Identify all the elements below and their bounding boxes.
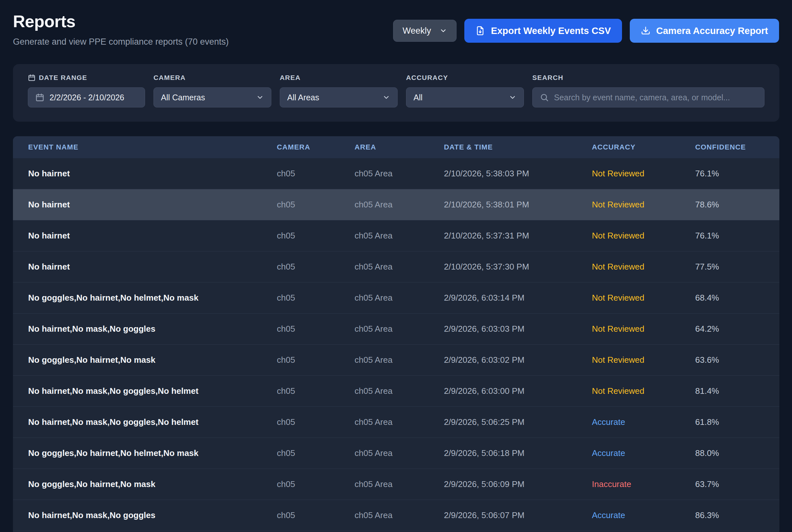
table-row[interactable]: No hairnet ch05 ch05 Area 2/10/2026, 5:3… bbox=[13, 221, 779, 251]
cell-datetime: 2/9/2026, 5:06:07 PM bbox=[444, 510, 592, 520]
cell-confidence: 68.4% bbox=[695, 293, 779, 303]
cell-event-name: No hairnet,No mask,No goggles,No helmet bbox=[28, 417, 277, 427]
accuracy-report-button-label: Camera Accuracy Report bbox=[656, 25, 768, 36]
cell-accuracy: Accurate bbox=[592, 417, 695, 427]
table-row[interactable]: No hairnet,No mask,No goggles ch05 ch05 … bbox=[13, 314, 779, 345]
cell-area: ch05 Area bbox=[354, 293, 444, 303]
search-label: SEARCH bbox=[532, 74, 765, 81]
cell-area: ch05 Area bbox=[354, 169, 444, 178]
export-button-label: Export Weekly Events CSV bbox=[491, 25, 611, 36]
reports-page: Reports Generate and view PPE compliance… bbox=[0, 0, 792, 532]
cell-confidence: 77.5% bbox=[695, 262, 779, 272]
date-range-value: 2/2/2026 - 2/10/2026 bbox=[50, 93, 124, 102]
cell-area: ch05 Area bbox=[354, 262, 444, 272]
cell-camera: ch05 bbox=[277, 510, 354, 520]
chevron-down-icon bbox=[256, 94, 264, 101]
camera-select[interactable]: All Cameras bbox=[153, 88, 271, 108]
cell-accuracy: Not Reviewed bbox=[592, 262, 695, 272]
table-row[interactable]: No hairnet,No mask,No goggles,No helmet … bbox=[13, 376, 779, 407]
cell-area: ch05 Area bbox=[354, 417, 444, 427]
cell-datetime: 2/10/2026, 5:37:31 PM bbox=[444, 231, 592, 241]
cell-event-name: No hairnet bbox=[28, 262, 277, 272]
export-weekly-events-csv-button[interactable]: Export Weekly Events CSV bbox=[464, 19, 622, 43]
cell-accuracy: Not Reviewed bbox=[592, 169, 695, 178]
period-select[interactable]: Weekly bbox=[393, 20, 457, 42]
column-header-area: AREA bbox=[354, 143, 444, 151]
area-label: AREA bbox=[280, 74, 398, 81]
cell-event-name: No goggles,No hairnet,No helmet,No mask bbox=[28, 448, 277, 458]
table-row[interactable]: No hairnet ch05 ch05 Area 2/10/2026, 5:3… bbox=[13, 158, 779, 189]
cell-camera: ch05 bbox=[277, 417, 354, 427]
cell-area: ch05 Area bbox=[354, 479, 444, 489]
cell-datetime: 2/9/2026, 6:03:00 PM bbox=[444, 386, 592, 396]
column-header-event-name: EVENT NAME bbox=[28, 143, 277, 151]
file-export-icon bbox=[475, 26, 485, 36]
cell-event-name: No goggles,No hairnet,No mask bbox=[28, 355, 277, 365]
filter-area: AREA All Areas bbox=[280, 74, 398, 122]
cell-datetime: 2/9/2026, 5:06:25 PM bbox=[444, 417, 592, 427]
cell-camera: ch05 bbox=[277, 355, 354, 365]
cell-accuracy: Not Reviewed bbox=[592, 386, 695, 396]
filter-search: SEARCH bbox=[532, 74, 765, 122]
cell-accuracy: Not Reviewed bbox=[592, 200, 695, 210]
cell-confidence: 76.1% bbox=[695, 231, 779, 241]
events-table: EVENT NAME CAMERA AREA DATE & TIME ACCUR… bbox=[13, 136, 779, 532]
search-icon bbox=[540, 93, 549, 102]
date-range-input[interactable]: 2/2/2026 - 2/10/2026 bbox=[28, 88, 145, 108]
search-input[interactable] bbox=[554, 93, 757, 102]
cell-camera: ch05 bbox=[277, 479, 354, 489]
cell-accuracy: Not Reviewed bbox=[592, 293, 695, 303]
cell-event-name: No hairnet bbox=[28, 200, 277, 210]
chevron-down-icon bbox=[509, 94, 516, 101]
cell-accuracy: Not Reviewed bbox=[592, 231, 695, 241]
cell-confidence: 86.3% bbox=[695, 510, 779, 520]
filter-date-range: DATE RANGE 2/2/2026 - 2/10/2026 bbox=[28, 74, 145, 122]
cell-datetime: 2/9/2026, 6:03:14 PM bbox=[444, 293, 592, 303]
column-header-datetime: DATE & TIME bbox=[444, 143, 592, 151]
camera-select-value: All Cameras bbox=[161, 93, 205, 102]
table-row[interactable]: No goggles,No hairnet,No mask ch05 ch05 … bbox=[13, 469, 779, 500]
area-select-value: All Areas bbox=[287, 93, 319, 102]
date-range-label: DATE RANGE bbox=[39, 74, 87, 81]
area-select[interactable]: All Areas bbox=[280, 88, 398, 108]
table-row[interactable]: No goggles,No hairnet,No helmet,No mask … bbox=[13, 283, 779, 314]
accuracy-select[interactable]: All bbox=[406, 88, 524, 108]
table-row[interactable]: No hairnet ch05 ch05 Area 2/10/2026, 5:3… bbox=[13, 189, 779, 221]
cell-event-name: No hairnet bbox=[28, 231, 277, 241]
cell-area: ch05 Area bbox=[354, 324, 444, 334]
cell-area: ch05 Area bbox=[354, 200, 444, 210]
table-row[interactable]: No hairnet,No mask,No goggles ch05 ch05 … bbox=[13, 500, 779, 531]
cell-confidence: 76.1% bbox=[695, 169, 779, 178]
camera-accuracy-report-button[interactable]: Camera Accuracy Report bbox=[630, 19, 779, 43]
cell-accuracy: Accurate bbox=[592, 510, 695, 520]
cell-area: ch05 Area bbox=[354, 510, 444, 520]
calendar-icon bbox=[28, 74, 36, 81]
filter-camera: CAMERA All Cameras bbox=[153, 74, 271, 122]
cell-datetime: 2/9/2026, 6:03:03 PM bbox=[444, 324, 592, 334]
chevron-down-icon bbox=[382, 94, 390, 101]
cell-camera: ch05 bbox=[277, 293, 354, 303]
table-header-row: EVENT NAME CAMERA AREA DATE & TIME ACCUR… bbox=[13, 136, 779, 158]
header-actions: Weekly Export Weekly Events CSV Camera A… bbox=[393, 19, 779, 43]
column-header-confidence: CONFIDENCE bbox=[695, 143, 779, 151]
cell-area: ch05 Area bbox=[354, 231, 444, 241]
cell-accuracy: Accurate bbox=[592, 448, 695, 458]
calendar-icon bbox=[35, 93, 44, 102]
table-row[interactable]: No hairnet ch05 ch05 Area 2/10/2026, 5:3… bbox=[13, 251, 779, 283]
cell-area: ch05 Area bbox=[354, 448, 444, 458]
table-row[interactable]: No goggles,No hairnet,No helmet,No mask … bbox=[13, 438, 779, 469]
cell-datetime: 2/9/2026, 5:06:09 PM bbox=[444, 479, 592, 489]
table-row[interactable]: No goggles,No hairnet,No mask ch05 ch05 … bbox=[13, 345, 779, 376]
cell-accuracy: Not Reviewed bbox=[592, 355, 695, 365]
cell-confidence: 88.0% bbox=[695, 448, 779, 458]
table-body: No hairnet ch05 ch05 Area 2/10/2026, 5:3… bbox=[13, 158, 779, 531]
cell-camera: ch05 bbox=[277, 386, 354, 396]
cell-confidence: 63.7% bbox=[695, 479, 779, 489]
cell-datetime: 2/9/2026, 6:03:02 PM bbox=[444, 355, 592, 365]
filter-panel: DATE RANGE 2/2/2026 - 2/10/2026 CAMERA A… bbox=[13, 64, 779, 122]
cell-confidence: 81.4% bbox=[695, 386, 779, 396]
cell-area: ch05 Area bbox=[354, 386, 444, 396]
table-row[interactable]: No hairnet,No mask,No goggles,No helmet … bbox=[13, 407, 779, 438]
filter-accuracy: ACCURACY All bbox=[406, 74, 524, 122]
cell-camera: ch05 bbox=[277, 200, 354, 210]
